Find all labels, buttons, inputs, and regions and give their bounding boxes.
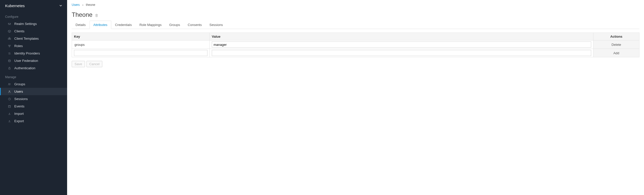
attr-value-input[interactable] (212, 41, 591, 48)
breadcrumb-current: theone (86, 3, 95, 7)
table-row-blank: Add (72, 49, 639, 57)
svg-point-9 (8, 60, 10, 60)
sidebar-item-label: Groups (14, 82, 25, 86)
svg-point-0 (8, 23, 9, 23)
upload-icon (8, 120, 11, 123)
sidebar-item-label: Sessions (14, 97, 28, 101)
sidebar-item-sessions[interactable]: Sessions (0, 95, 67, 103)
breadcrumb: Users » theone (72, 3, 639, 7)
svg-rect-6 (8, 45, 11, 45)
tab-details[interactable]: Details (72, 21, 90, 29)
col-header-value: Value (210, 33, 593, 40)
lock-icon (8, 67, 11, 70)
main-content: Users » theone Theone Details Attributes… (67, 0, 644, 195)
attr-key-text: groups (74, 42, 207, 48)
sidebar-item-label: Realm Settings (14, 22, 37, 26)
sidebar-item-groups[interactable]: Groups (0, 80, 67, 88)
svg-rect-4 (10, 38, 11, 39)
svg-rect-5 (9, 37, 10, 38)
chevron-down-icon (59, 4, 62, 8)
sidebar-item-events[interactable]: Events (0, 103, 67, 110)
svg-rect-8 (9, 47, 10, 47)
svg-point-13 (9, 91, 10, 92)
page-title-row: Theone (72, 11, 639, 18)
sidebar-item-label: Roles (14, 44, 23, 48)
clock-icon (8, 98, 11, 101)
sidebar-item-label: Clients (14, 29, 24, 33)
tabs: Details Attributes Credentials Role Mapp… (72, 20, 639, 29)
attr-key-input-blank[interactable] (74, 50, 207, 56)
svg-point-11 (8, 83, 9, 84)
sidebar-section-manage: Manage (0, 72, 67, 80)
sidebar-item-label: Authentication (14, 66, 35, 70)
svg-rect-3 (8, 38, 9, 39)
save-button[interactable]: Save (72, 61, 85, 67)
sidebar-item-label: Import (14, 112, 24, 116)
svg-point-1 (9, 24, 10, 24)
col-header-key: Key (72, 33, 210, 40)
exchange-icon (8, 52, 11, 55)
page-title: Theone (72, 11, 92, 18)
tab-sessions[interactable]: Sessions (206, 21, 227, 29)
svg-rect-7 (9, 46, 10, 46)
realm-name: Kubernetes (5, 4, 25, 8)
user-icon (8, 90, 11, 93)
sidebar-item-import[interactable]: Import (0, 110, 67, 117)
sliders-icon (8, 22, 11, 25)
add-button[interactable]: Add (593, 49, 639, 57)
cube-icon (8, 30, 11, 33)
sidebar-section-configure: Configure (0, 11, 67, 20)
tab-credentials[interactable]: Credentials (111, 21, 136, 29)
breadcrumb-separator: » (82, 4, 84, 6)
sidebar-item-client-templates[interactable]: Client Templates (0, 35, 67, 42)
breadcrumb-users-link[interactable]: Users (72, 3, 80, 7)
realm-selector[interactable]: Kubernetes (0, 0, 67, 11)
sidebar-item-export[interactable]: Export (0, 117, 67, 125)
sidebar-item-label: Identity Providers (14, 51, 40, 55)
attr-value-input-blank[interactable] (212, 50, 591, 56)
attributes-table: Key Value Actions groups Delete Add (72, 33, 639, 57)
sidebar-item-clients[interactable]: Clients (0, 27, 67, 35)
cancel-button[interactable]: Cancel (86, 61, 102, 67)
svg-rect-10 (9, 68, 10, 69)
download-icon (8, 112, 11, 115)
button-row: Save Cancel (72, 61, 639, 67)
table-header-row: Key Value Actions (72, 33, 639, 40)
tab-consents[interactable]: Consents (184, 21, 206, 29)
col-header-actions: Actions (593, 33, 639, 40)
sidebar-item-users[interactable]: Users (0, 88, 67, 95)
sidebar-item-label: Events (14, 104, 24, 108)
sidebar-item-label: User Federation (14, 59, 38, 63)
sidebar-item-label: Client Templates (14, 37, 39, 40)
svg-rect-15 (8, 105, 10, 107)
sidebar-item-identity-providers[interactable]: Identity Providers (0, 50, 67, 57)
cubes-icon (8, 37, 11, 40)
sidebar-item-authentication[interactable]: Authentication (0, 64, 67, 72)
sidebar: Kubernetes Configure Realm Settings Clie… (0, 0, 67, 195)
trash-icon[interactable] (95, 14, 98, 18)
sidebar-item-label: Users (14, 90, 23, 93)
calendar-icon (8, 105, 11, 108)
sidebar-item-label: Export (14, 119, 24, 123)
tab-attributes[interactable]: Attributes (90, 21, 111, 29)
database-icon (8, 59, 11, 62)
tab-role-mappings[interactable]: Role Mappings (135, 21, 165, 29)
sidebar-item-realm-settings[interactable]: Realm Settings (0, 20, 67, 27)
table-row: groups Delete (72, 40, 639, 49)
sidebar-item-roles[interactable]: Roles (0, 42, 67, 50)
sidebar-item-user-federation[interactable]: User Federation (0, 57, 67, 64)
svg-point-12 (10, 83, 10, 84)
tab-groups[interactable]: Groups (165, 21, 184, 29)
delete-button[interactable]: Delete (593, 40, 639, 49)
svg-point-2 (10, 23, 11, 24)
filter-icon (8, 45, 11, 48)
group-icon (8, 83, 11, 86)
